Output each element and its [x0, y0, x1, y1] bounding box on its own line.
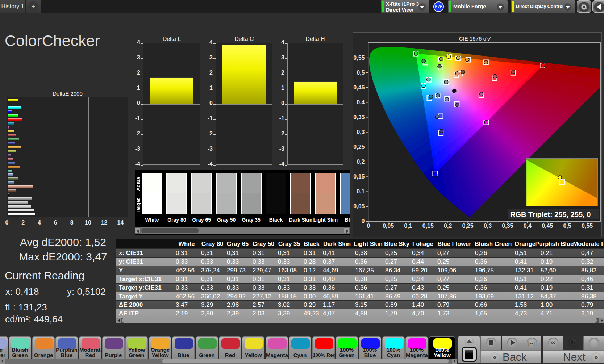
svg-text:0,45: 0,45	[542, 223, 553, 229]
svg-text:0,5: 0,5	[563, 223, 571, 229]
svg-text:0: 0	[362, 218, 365, 224]
svg-text:0,55: 0,55	[582, 223, 593, 229]
svg-text:0,45: 0,45	[353, 84, 365, 91]
svg-text:0,1: 0,1	[357, 188, 365, 194]
svg-text:0,25: 0,25	[462, 223, 474, 229]
svg-text:0,55: 0,55	[353, 55, 365, 61]
svg-text:0,35: 0,35	[353, 114, 365, 120]
svg-text:0,15: 0,15	[422, 223, 434, 229]
svg-text:0,4: 0,4	[524, 223, 532, 229]
svg-text:0,5: 0,5	[357, 70, 365, 76]
svg-text:0,4: 0,4	[357, 99, 365, 105]
svg-text:0,1: 0,1	[404, 223, 412, 229]
svg-text:0,2: 0,2	[357, 159, 365, 165]
svg-text:0,2: 0,2	[444, 223, 452, 229]
svg-text:RGB Triplet: 255, 255, 0: RGB Triplet: 255, 255, 0	[510, 210, 591, 218]
svg-text:0,05: 0,05	[383, 223, 394, 229]
svg-text:0,3: 0,3	[484, 223, 492, 229]
svg-text:CIE 1976 u'v': CIE 1976 u'v'	[459, 35, 491, 42]
svg-text:0,3: 0,3	[357, 129, 365, 135]
svg-text:0: 0	[367, 223, 370, 229]
svg-text:0,15: 0,15	[353, 173, 365, 180]
svg-text:0,35: 0,35	[502, 223, 513, 229]
svg-text:0,05: 0,05	[353, 203, 365, 209]
svg-text:0,25: 0,25	[353, 144, 365, 150]
